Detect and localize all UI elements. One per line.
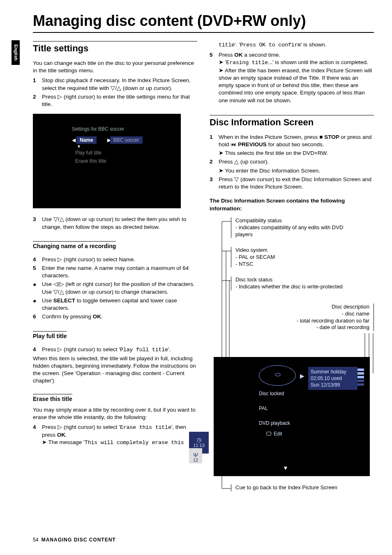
settings-screen-mockup: Settings for BBC soccer ◀ Name ▶ BBC soc… [33,114,181,208]
ok-key: OK [57,432,65,438]
step-text: Use SELECT to toggle between capital and… [42,297,197,312]
step-text: Confirm by pressing OK. [42,313,197,320]
stop-key: STOP [324,134,339,140]
edit-icon [266,432,271,435]
onscreen-text: Press OK to confirm [240,42,301,48]
page-title: Managing disc content (DVD+RW only) [33,12,374,33]
disc-locked-label: Disc locked [259,391,284,396]
step-text: Press ▷ (right cursor) to select Name. [42,256,197,263]
onscreen-text: This will completely erase this [85,440,184,446]
tuner-channel: 12 [193,458,198,463]
step-text: Press ▽ (down cursor) to exit the Disc I… [219,176,374,191]
txt: ➤ The message ' [42,439,85,445]
settings-row-erase: Erase this title [72,157,109,165]
left-arrow-icon: ◀ [72,137,76,143]
txt: . [101,313,103,320]
txt: Confirm by pressing [42,313,93,320]
clock-icon: ◷ [190,437,208,443]
step-text: Press OK a second time. ➤ 'Erasing title… [219,51,374,104]
step-result: ➤ You enter the Disc Information Screen. [219,167,374,175]
settings-header: Settings for BBC soccer [72,126,177,132]
step-number: 2 [33,93,42,108]
edit-label: Edit [274,431,282,437]
page-footer: 54 MANAGING DISC CONTENT [33,537,116,543]
title-settings-intro: You can change each title on the disc to… [33,60,197,74]
txt: '. ' [235,41,240,48]
step-number: 4 [33,346,42,354]
subhead-erase-title: Erase this title [33,394,72,402]
step-text: Press △ (up cursor). [219,158,374,166]
language-tab: English [12,40,20,65]
txt: '. [168,346,171,352]
txt: . [65,432,67,438]
pal-label: PAL [259,405,268,411]
step-number: 3 [210,176,219,191]
step-number: 6 [33,313,42,320]
step-number: 1 [33,77,42,92]
step-blank [210,167,219,175]
callout-desc: Cue to go back to the Index Picture Scre… [235,484,337,491]
disc-duration: 02:05:10 used [311,375,355,382]
ok-key: OK [93,313,101,320]
disc-description-box: Summer holiday 02:05:10 used Sun 12/13/9… [308,367,357,390]
callout-cue-back: Cue to go back to the Index Picture Scre… [231,484,354,491]
section-title-settings: Title settings [33,41,197,54]
onscreen-text: title [219,42,235,48]
settings-value: BBC soccer [110,136,143,144]
down-cue-icon: ▼ [283,465,288,471]
right-arrow-icon: ▶ [300,373,304,379]
select-key: SELECT [53,297,75,304]
onscreen-text: Play full title [120,347,168,353]
step-number: 3 [33,216,42,230]
edit-row: Edit [266,431,282,437]
settings-row-play: Play full title [72,149,105,157]
disc-info-subhead: The Disc Information Screen contains the… [210,197,374,212]
step-result: ➤ This selects the first title on the DV… [219,150,374,157]
step-text: Use ▽/△ (down or up cursor) to select th… [42,216,197,230]
onscreen-text: Erasing title [226,60,267,66]
txt: ...' is shown until the action is comple… [268,59,368,65]
step-text: Press ▷ (right cursor) to enter the titl… [42,93,197,108]
txt: Press ▷ (right cursor) to select ' [42,346,120,352]
capacity-bars [357,368,364,387]
step-number: 2 [210,158,219,166]
erase-continuation: title'. 'Press OK to confirm' is shown. [219,41,374,49]
txt: Use [42,297,53,304]
step-text: When in the Index Picture Screen, press … [219,134,374,148]
disc-info-diagram: Compatibility status - indicates compati… [210,217,374,513]
dvd-playback-label: DVD playback [259,420,290,426]
step-number: 4 [33,424,42,447]
down-arrow-icon: ▼ [77,144,177,149]
step-text: Use ◁/▷ (left or right cursor) for the p… [42,281,197,295]
disc-date: Sun 12/13/99 [311,382,355,388]
txt: Press [219,52,234,58]
disc-info-screen-mockup: ◷ 11:13 pm Ψ 12 ▶ Summer holiday 02:05:1… [214,357,370,476]
step-text: Enter the new name. A name may contain a… [42,265,197,279]
bullet-icon: ● [33,297,42,312]
txt: ' is shown. [301,41,327,48]
step-blank [210,150,219,157]
page-number: 54 [33,537,38,543]
txt: for about two seconds. [267,141,324,147]
step-text: Press ▷ (right cursor) to select 'Erase … [42,424,197,447]
txt: ➤ After the title has been erased, the I… [219,67,372,104]
disc-icon [259,365,296,386]
erase-intro: You may simply erase a title by recordin… [33,406,197,421]
bullet-icon: ● [33,281,42,295]
step-number: 5 [33,265,42,279]
subhead-play-full-title: Play full title [33,331,67,339]
onscreen-text: Erase this title [120,424,171,431]
step-number: 4 [33,256,42,263]
ok-key: OK [234,52,242,58]
step-text: Press ▷ (right cursor) to select 'Play f… [42,346,197,354]
txt: ➤ ' [219,59,226,65]
txt: Press ▷ (right cursor) to select ' [42,424,120,430]
step-text: Stop disc playback if necessary. In the … [42,77,197,92]
subhead-changing-name: Changing name of a recording [33,241,116,249]
txt: a second time. [243,52,281,58]
antenna-icon: Ψ [190,453,201,458]
disc-name: Summer holiday [311,368,355,375]
settings-row-name: Name [76,136,97,144]
step-number: 1 [210,134,219,148]
footer-title: MANAGING DISC CONTENT [42,537,116,543]
